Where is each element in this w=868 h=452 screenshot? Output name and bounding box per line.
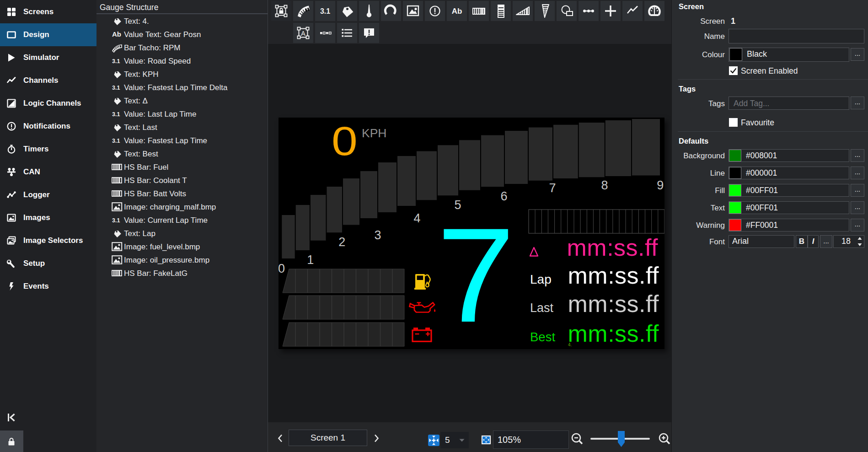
- svg-text:Ab: Ab: [112, 30, 121, 38]
- svg-text:8: 8: [601, 178, 608, 192]
- svg-text:1: 1: [307, 253, 314, 267]
- svg-text:2: 2: [338, 235, 345, 249]
- svg-text:KPH: KPH: [362, 126, 387, 140]
- svg-text:9: 9: [657, 178, 664, 192]
- svg-text:3.1: 3.1: [112, 111, 120, 117]
- svg-text:3.1: 3.1: [320, 7, 330, 15]
- svg-text:mm:ss.ff: mm:ss.ff: [568, 320, 659, 347]
- svg-text:3.1: 3.1: [112, 84, 120, 91]
- svg-text:mm:ss.ff: mm:ss.ff: [568, 291, 659, 317]
- svg-text:Best: Best: [530, 330, 555, 344]
- svg-text:Lap: Lap: [530, 272, 552, 286]
- svg-text:3.1: 3.1: [112, 217, 120, 223]
- svg-text:3.1: 3.1: [112, 58, 120, 64]
- svg-text:7: 7: [549, 181, 556, 195]
- svg-text:Ab: Ab: [452, 7, 462, 16]
- svg-text:3.1: 3.1: [112, 137, 120, 144]
- svg-text:A: A: [301, 30, 305, 37]
- svg-text:mm:ss.ff: mm:ss.ff: [568, 262, 659, 289]
- svg-text:4: 4: [413, 211, 420, 225]
- svg-text:0: 0: [332, 119, 358, 164]
- svg-text:4.: 4.: [568, 342, 572, 347]
- svg-text:0: 0: [279, 262, 285, 275]
- svg-text:7: 7: [437, 200, 515, 349]
- svg-text:mm:ss.ff: mm:ss.ff: [567, 234, 659, 261]
- svg-text:3: 3: [374, 228, 381, 242]
- svg-text:Last: Last: [530, 301, 554, 315]
